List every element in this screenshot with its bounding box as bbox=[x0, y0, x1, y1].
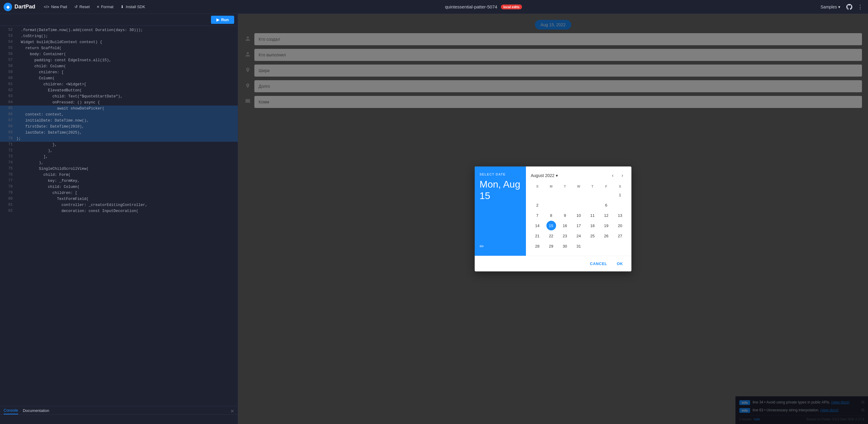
code-line: 54 Widget build(BuildContext context) { bbox=[0, 39, 238, 45]
new-pad-label: New Pad bbox=[51, 4, 67, 9]
code-line: 81 controller: _creatorEditingController… bbox=[0, 202, 238, 208]
calendar-day[interactable]: 19 bbox=[601, 221, 611, 231]
code-line: 64 onPressed: () async { bbox=[0, 99, 238, 105]
calendar-day[interactable]: 11 bbox=[588, 211, 597, 220]
code-line: 71 }, bbox=[0, 142, 238, 148]
code-line: 60 Column( bbox=[0, 75, 238, 82]
calendar-day-of-week: S bbox=[531, 183, 544, 189]
reset-icon: ↺ bbox=[74, 4, 78, 9]
code-line: 57 padding: const EdgeInsets.all(15), bbox=[0, 57, 238, 63]
install-sdk-button[interactable]: ⬇ Install SDK bbox=[117, 3, 149, 10]
dialog-left-panel: SELECT DATE Mon, Aug 15 ✏ bbox=[475, 166, 526, 256]
calendar-day[interactable]: 9 bbox=[560, 211, 569, 220]
month-year-selector[interactable]: August 2022 ▾ bbox=[531, 173, 558, 178]
prev-month-button[interactable]: ‹ bbox=[609, 171, 617, 180]
calendar-day bbox=[574, 200, 584, 210]
calendar-day[interactable]: 20 bbox=[615, 221, 625, 231]
calendar-day[interactable]: 14 bbox=[532, 221, 542, 231]
calendar-day bbox=[615, 241, 625, 251]
format-label: Format bbox=[101, 4, 113, 9]
select-date-label: SELECT DATE bbox=[479, 173, 521, 176]
reset-button[interactable]: ↺ Reset bbox=[71, 3, 93, 10]
nav-center: quintessential-patter-5074 local edits bbox=[149, 4, 818, 9]
tab-documentation[interactable]: Documentation bbox=[23, 408, 49, 414]
calendar-day bbox=[601, 241, 611, 251]
calendar-day[interactable]: 24 bbox=[574, 231, 584, 241]
code-line: 52 .format(DateTime.now().add(const Dura… bbox=[0, 27, 238, 33]
samples-button[interactable]: Samples ▾ bbox=[818, 3, 843, 10]
month-year-chevron-icon: ▾ bbox=[556, 173, 558, 178]
calendar-day bbox=[588, 200, 597, 210]
main-area: ▶ Run 52 .format(DateTime.now().add(cons… bbox=[0, 14, 868, 424]
more-menu-icon[interactable]: ⋮ bbox=[856, 3, 864, 11]
calendar-day[interactable]: 26 bbox=[601, 231, 611, 241]
right-panel: Aug 15, 2022 bbox=[238, 14, 868, 424]
selected-day-num: 15 bbox=[479, 190, 490, 201]
install-sdk-icon: ⬇ bbox=[121, 4, 124, 9]
calendar-day[interactable]: 31 bbox=[574, 241, 584, 251]
code-line: 53 .toString(); bbox=[0, 33, 238, 39]
calendar-day bbox=[547, 190, 556, 200]
calendar-day[interactable]: 12 bbox=[601, 211, 611, 220]
reset-label: Reset bbox=[80, 4, 90, 9]
edit-date-icon[interactable]: ✏ bbox=[479, 243, 521, 250]
calendar-day[interactable]: 7 bbox=[532, 211, 542, 220]
selected-day-label: Mon, Aug bbox=[479, 179, 520, 190]
code-line: 78 child: Column( bbox=[0, 184, 238, 190]
next-month-button[interactable]: › bbox=[618, 171, 627, 180]
date-picker-overlay: SELECT DATE Mon, Aug 15 ✏ August 2022 bbox=[238, 14, 868, 424]
cancel-button[interactable]: CANCEL bbox=[586, 260, 611, 268]
selected-date-display: Mon, Aug 15 bbox=[479, 179, 521, 202]
code-line: 58 child: Column( bbox=[0, 63, 238, 69]
calendar-day[interactable]: 10 bbox=[574, 211, 584, 220]
calendar-day[interactable]: 28 bbox=[532, 241, 542, 251]
run-label: Run bbox=[221, 18, 229, 22]
calendar-day[interactable]: 16 bbox=[560, 221, 569, 231]
calendar-day[interactable]: 15 bbox=[547, 221, 556, 231]
local-edits-badge: local edits bbox=[501, 4, 522, 9]
date-picker-dialog: SELECT DATE Mon, Aug 15 ✏ August 2022 bbox=[475, 166, 631, 271]
calendar-day bbox=[588, 241, 597, 251]
calendar-day-of-week: M bbox=[545, 183, 558, 189]
calendar-day[interactable]: 13 bbox=[615, 211, 625, 220]
calendar-day[interactable]: 21 bbox=[532, 231, 542, 241]
calendar-day[interactable]: 18 bbox=[588, 221, 597, 231]
code-editor[interactable]: 52 .format(DateTime.now().add(const Dura… bbox=[0, 26, 238, 406]
code-line: 67 initialDate: DateTime.now(), bbox=[0, 118, 238, 124]
calendar-day bbox=[601, 190, 611, 200]
logo-icon: ◆ bbox=[4, 3, 12, 11]
calendar-day[interactable]: 23 bbox=[560, 231, 569, 241]
code-line: 77 key: _formKey, bbox=[0, 178, 238, 184]
code-line: 74 ), bbox=[0, 160, 238, 166]
calendar-day[interactable]: 27 bbox=[615, 231, 625, 241]
calendar-day[interactable]: 29 bbox=[547, 241, 556, 251]
calendar-day[interactable]: 22 bbox=[547, 231, 556, 241]
nav-right: Samples ▾ ⋮ bbox=[818, 3, 864, 11]
code-line: 56 body: Container( bbox=[0, 51, 238, 57]
code-line: 61 children: <Widget>[ bbox=[0, 82, 238, 87]
run-button[interactable]: ▶ Run bbox=[211, 16, 234, 24]
github-icon[interactable] bbox=[845, 3, 854, 11]
ok-button[interactable]: OK bbox=[613, 260, 627, 268]
close-bottom-panel-button[interactable]: ✕ bbox=[230, 408, 234, 414]
tab-console[interactable]: Console bbox=[4, 408, 18, 414]
calendar-day[interactable]: 6 bbox=[601, 200, 611, 210]
samples-chevron-icon: ▾ bbox=[838, 4, 840, 9]
code-line: 79 children: [ bbox=[0, 190, 238, 196]
calendar-grid: SMTWTFS126789101112131415161718192021222… bbox=[531, 183, 627, 251]
code-line: 70); bbox=[0, 136, 238, 142]
calendar-day[interactable]: 2 bbox=[532, 200, 542, 210]
dialog-actions: CANCEL OK bbox=[475, 256, 631, 271]
code-line: 63 child: Text("$quoteStartDate"), bbox=[0, 93, 238, 99]
calendar-day[interactable]: 1 bbox=[615, 190, 625, 200]
code-line: 55 return Scaffold( bbox=[0, 45, 238, 51]
code-line: 73 ], bbox=[0, 154, 238, 160]
calendar-day[interactable]: 17 bbox=[574, 221, 584, 231]
new-pad-button[interactable]: </> New Pad bbox=[40, 3, 71, 10]
calendar-day[interactable]: 8 bbox=[547, 211, 556, 220]
format-button[interactable]: ≡ Format bbox=[93, 3, 117, 10]
calendar-day[interactable]: 25 bbox=[588, 231, 597, 241]
calendar-day-of-week: S bbox=[613, 183, 627, 189]
calendar-day[interactable]: 30 bbox=[560, 241, 569, 251]
code-line: 82 decoration: const InputDecoration( bbox=[0, 208, 238, 214]
